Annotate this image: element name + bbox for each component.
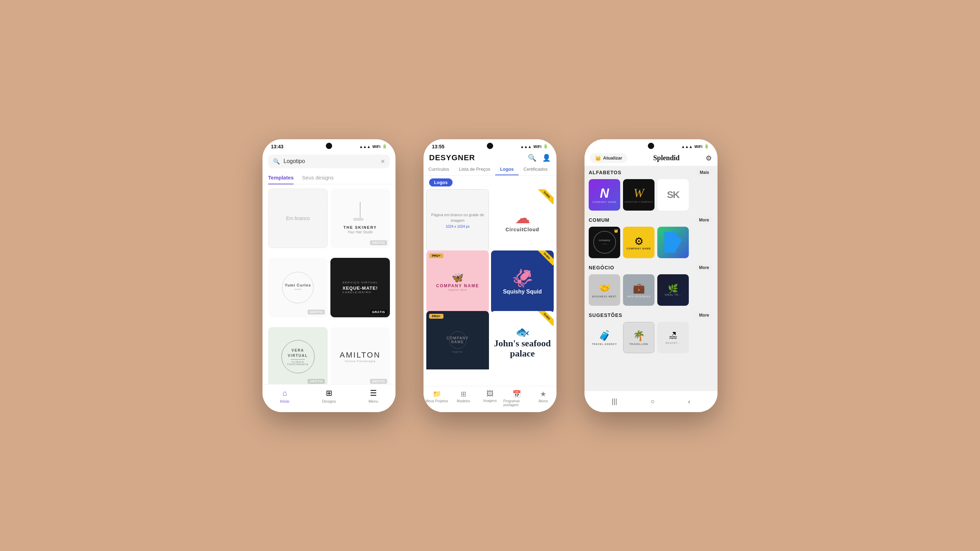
nav-modelos[interactable]: ⊞ Modelos (450, 390, 477, 403)
gear-icon[interactable]: ⚙ (706, 154, 712, 162)
resort-card[interactable]: 🏖 Resort... (657, 322, 689, 353)
calendar-icon: 📅 (512, 390, 521, 398)
neg-ideal-card[interactable]: 🌿 IDEAL TR... (657, 274, 689, 306)
p2-blank-card[interactable]: Página em branco ou grade de imagem 1024… (426, 189, 489, 252)
vera-card[interactable]: VERA VIRTUAL CLÍNICA FISIOTERAPIA GRÁTIS (268, 327, 328, 387)
circuit-cloud-card[interactable]: Grátis ☁ CircuitCloud (491, 189, 554, 252)
folder-icon: 📁 (433, 390, 441, 398)
search-icon-2[interactable]: 🔍 (528, 154, 536, 162)
tab-documentos[interactable]: Documentos (553, 164, 557, 175)
info-business-card[interactable]: 💼 INFO BUSINESS (623, 274, 654, 306)
image-icon: 🖼 (487, 390, 493, 398)
tab-templates[interactable]: Templates (268, 171, 294, 184)
nav-lines-btn[interactable]: ||| (612, 397, 617, 405)
company-dark-card[interactable]: PRO+ COMPANY NAME tagline (426, 311, 489, 370)
comum-c-text: company~~~ (599, 238, 610, 246)
nav-back-btn[interactable]: ‹ (688, 397, 690, 405)
nav-menu[interactable]: ☰ Menu (351, 389, 396, 403)
neg-info-inner: 💼 INFO BUSINESS (623, 274, 654, 306)
alfa-n-inner: N COMPANY NAME (589, 179, 620, 211)
nav-meus-label: Meus Projetos (426, 399, 448, 403)
sk-text: SK (667, 189, 679, 200)
negocio-title: NEGÓCIO (589, 265, 614, 270)
nav-inicio-label: Início (280, 399, 289, 403)
mais-btn-negocio[interactable]: More (695, 264, 713, 272)
alfa-w-inner: W VGNATIAN CLEMENTS (623, 179, 654, 211)
logos-chip[interactable]: Logos (429, 178, 453, 186)
splendid-logo: Splendid (653, 154, 680, 162)
tab-certificados[interactable]: Certificados (519, 164, 553, 175)
nav-inicio[interactable]: ⌂ Início (262, 389, 307, 403)
mais-btn-alfa[interactable]: Mais (695, 168, 713, 176)
ribbon-text-squishy: Grátis (537, 251, 554, 265)
section-alfabetos-header: ALFABETOS Mais (589, 168, 713, 176)
nav-programar[interactable]: 📅 Programar postagem (503, 390, 530, 407)
travellinn-card[interactable]: 🌴 TRAVELLINN (623, 322, 654, 353)
comum-blue-inner (657, 227, 689, 258)
tab-curriculos[interactable]: Currículos (423, 164, 454, 175)
business-meet-card[interactable]: 🤝 BUSINESS MEET (589, 274, 620, 306)
mais-btn-sugestoes[interactable]: More (695, 311, 713, 319)
skinery-title: THE SKINERY (344, 225, 377, 230)
alfa-n-card[interactable]: N COMPANY NAME (589, 179, 620, 211)
comum-yellow-card[interactable]: ⚙ COMPANY NAME (623, 227, 654, 258)
luggage-icon: 🧳 (598, 330, 611, 341)
status-icons-2: ▲▲▲ WiFi 🔋 (520, 144, 548, 149)
squishy-squid-card[interactable]: Grátis 🦑 Squishy Squid (491, 251, 554, 313)
nav-home-btn[interactable]: ○ (650, 397, 654, 405)
tab-lista[interactable]: Lista de Preços (454, 164, 495, 175)
company-dark-sub: tagline (449, 350, 466, 353)
tab-logos[interactable]: Logos (495, 164, 519, 175)
amilton-sub: Clínica Fisioterapia (340, 360, 381, 363)
resort-icon: 🏖 (669, 330, 677, 340)
mais-btn-comum[interactable]: More (695, 216, 713, 224)
ribbon-text-johns: Grátis (537, 311, 554, 326)
blank-size: 1024 x 1024 px (445, 225, 469, 229)
close-icon-1[interactable]: ✕ (380, 158, 385, 165)
amilton-card[interactable]: AMILTON Clínica Fisioterapia GRÁTIS (330, 327, 390, 387)
layout-icon: ⊞ (461, 390, 466, 398)
xeque-text: XEQUE-MATE! (342, 286, 378, 291)
alfa-sk-inner: SK (657, 179, 689, 211)
squishy-text: Squishy Squid (503, 288, 542, 295)
xeque-card[interactable]: SERVIÇO VIRTUAL XEQUE-MATE! CABELEIREIRO… (330, 258, 390, 317)
time-2: 13:55 (432, 144, 444, 149)
comum-black-card[interactable]: 👑 company~~~ (589, 227, 620, 258)
yami-card[interactable]: Yumi Curlos ~~~~ GRÁTIS (268, 258, 328, 317)
search-bar-1[interactable]: 🔍 ✕ (268, 155, 390, 168)
profile-icon[interactable]: 👤 (542, 154, 551, 162)
gratis-badge-yami: GRÁTIS (308, 310, 325, 314)
johns-text: John's seafood palace (491, 339, 554, 359)
travel-agency-card[interactable]: 🧳 TRAVEL AGENCY (589, 322, 620, 353)
p2-grid: Página em branco ou grade de imagem 1024… (423, 189, 557, 370)
nav-menu-label: Menu (369, 399, 379, 403)
blue-shape (664, 232, 682, 253)
nav-imagens-label: Imagens (484, 399, 496, 403)
search-input-1[interactable] (283, 158, 377, 164)
company-pink-card[interactable]: PRO+ 🦋 COMPANY NAME tagline here (426, 251, 489, 313)
battery-icon-2: 🔋 (543, 144, 548, 149)
blank-text: Página em branco ou grade de imagem (426, 212, 488, 223)
squid-icon: 🦑 (503, 268, 542, 288)
comum-blue-card[interactable] (657, 227, 689, 258)
grid-icon: ⊞ (326, 389, 332, 398)
ribbon-text: Grátis (537, 189, 554, 204)
comum-title: COMUM (589, 217, 609, 223)
alfa-sk-card[interactable]: SK (657, 179, 689, 211)
tab-mydesigns[interactable]: Seus designs (302, 171, 334, 184)
nav-meus-projetos[interactable]: 📁 Meus Projetos (423, 390, 450, 403)
nav-ativos[interactable]: ★ Ativos (530, 390, 557, 403)
nav-designs[interactable]: ⊞ Designs (307, 389, 352, 403)
nav-imagens[interactable]: 🖼 Imagens (477, 390, 503, 403)
blank-card[interactable]: Em branco (268, 189, 328, 248)
alfa-w-card[interactable]: W VGNATIAN CLEMENTS (623, 179, 654, 211)
p3-header: 👑 Atualizar Splendid ⚙ (584, 152, 718, 166)
circuit-name: CircuitCloud (506, 227, 539, 232)
butterfly-icon: 🦋 (436, 272, 479, 283)
sug-travel-inner: 🧳 TRAVEL AGENCY (589, 322, 620, 353)
gratis-badge-amilton: GRÁTIS (370, 379, 387, 384)
update-button[interactable]: 👑 Atualizar (590, 153, 627, 163)
nav-designs-label: Designs (322, 399, 336, 403)
johns-card[interactable]: Grátis 🐟 John's seafood palace (491, 311, 554, 370)
skinery-card[interactable]: THE SKINERY Your Hair Studio GRÁTIS (330, 189, 390, 248)
